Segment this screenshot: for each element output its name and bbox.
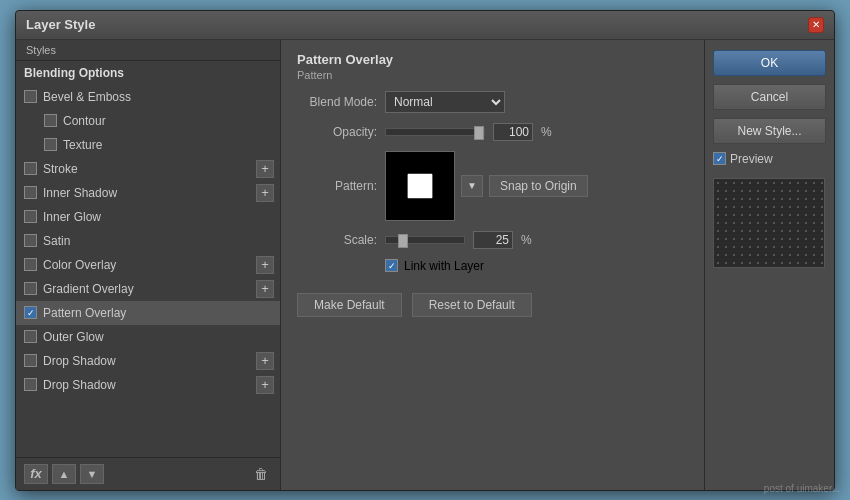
styles-label: Styles [16,40,280,61]
dialog-body: Styles Blending Options Bevel & Emboss C… [16,40,834,490]
scale-label: Scale: [297,233,377,247]
contour-checkbox[interactable] [44,114,57,127]
color-overlay-label: Color Overlay [43,258,116,272]
opacity-input[interactable] [493,123,533,141]
middle-panel: Pattern Overlay Pattern Blend Mode: Norm… [281,40,704,490]
drop-shadow-1-add-button[interactable]: + [256,352,274,370]
contour-label: Contour [63,114,106,128]
cancel-button[interactable]: Cancel [713,84,826,110]
panel-title: Pattern Overlay [297,52,688,67]
right-panel: OK Cancel New Style... Preview [704,40,834,490]
make-default-button[interactable]: Make Default [297,293,402,317]
inner-shadow-checkbox[interactable] [24,186,37,199]
scale-percent: % [521,233,532,247]
satin-item[interactable]: Satin [16,229,280,253]
layer-effects-list: Bevel & Emboss Contour Texture Stroke + [16,85,280,457]
opacity-slider[interactable] [385,128,485,136]
preview-area [713,178,825,268]
inner-glow-item[interactable]: Inner Glow [16,205,280,229]
gradient-overlay-label: Gradient Overlay [43,282,134,296]
pattern-row: Pattern: ▼ Snap to Origin [297,151,688,221]
panel-subtitle: Pattern [297,69,688,81]
watermark: post of uimaker... [764,483,840,494]
drop-shadow-2-add-button[interactable]: + [256,376,274,394]
satin-checkbox[interactable] [24,234,37,247]
stroke-item[interactable]: Stroke + [16,157,280,181]
bevel-emboss-item[interactable]: Bevel & Emboss [16,85,280,109]
drop-shadow-1-checkbox[interactable] [24,354,37,367]
pattern-overlay-label: Pattern Overlay [43,306,126,320]
link-with-layer-row: Link with Layer [385,259,688,273]
drop-shadow-2-checkbox[interactable] [24,378,37,391]
pattern-label: Pattern: [297,179,377,193]
dialog-title: Layer Style [26,17,95,32]
scale-slider[interactable] [385,236,465,244]
pattern-overlay-item[interactable]: Pattern Overlay [16,301,280,325]
stroke-add-button[interactable]: + [256,160,274,178]
delete-button[interactable]: 🗑 [250,464,272,484]
reset-to-default-button[interactable]: Reset to Default [412,293,532,317]
fx-button[interactable]: fx [24,464,48,484]
texture-checkbox[interactable] [44,138,57,151]
color-overlay-checkbox[interactable] [24,258,37,271]
pattern-dropdown-button[interactable]: ▼ [461,175,483,197]
drop-shadow-2-item[interactable]: Drop Shadow + [16,373,280,397]
blending-options-header[interactable]: Blending Options [16,61,280,85]
drop-shadow-2-label: Drop Shadow [43,378,116,392]
opacity-percent: % [541,125,552,139]
preview-row: Preview [713,152,826,166]
scale-row: Scale: % [297,231,688,249]
texture-label: Texture [63,138,102,152]
drop-shadow-1-item[interactable]: Drop Shadow + [16,349,280,373]
scale-input[interactable] [473,231,513,249]
gradient-overlay-item[interactable]: Gradient Overlay + [16,277,280,301]
bottom-toolbar: fx ▲ ▼ 🗑 [16,457,280,490]
blend-mode-select[interactable]: Normal Dissolve Multiply Screen Overlay [385,91,505,113]
blend-mode-row: Blend Mode: Normal Dissolve Multiply Scr… [297,91,688,113]
close-button[interactable]: ✕ [808,17,824,33]
inner-shadow-label: Inner Shadow [43,186,117,200]
outer-glow-checkbox[interactable] [24,330,37,343]
preview-dots [714,179,824,267]
inner-glow-checkbox[interactable] [24,210,37,223]
preview-label: Preview [730,152,773,166]
pattern-preview[interactable] [385,151,455,221]
satin-label: Satin [43,234,70,248]
drop-shadow-1-label: Drop Shadow [43,354,116,368]
move-up-button[interactable]: ▲ [52,464,76,484]
preview-checkbox[interactable] [713,152,726,165]
action-buttons: Make Default Reset to Default [297,293,688,317]
outer-glow-item[interactable]: Outer Glow [16,325,280,349]
color-overlay-add-button[interactable]: + [256,256,274,274]
inner-shadow-add-button[interactable]: + [256,184,274,202]
stroke-checkbox[interactable] [24,162,37,175]
inner-shadow-item[interactable]: Inner Shadow + [16,181,280,205]
inner-glow-label: Inner Glow [43,210,101,224]
bevel-emboss-label: Bevel & Emboss [43,90,131,104]
snap-to-origin-button[interactable]: Snap to Origin [489,175,588,197]
opacity-slider-handle[interactable] [474,126,484,140]
contour-item[interactable]: Contour [16,109,280,133]
outer-glow-label: Outer Glow [43,330,104,344]
gradient-overlay-add-button[interactable]: + [256,280,274,298]
pattern-preview-container: ▼ Snap to Origin [385,151,588,221]
left-panel: Styles Blending Options Bevel & Emboss C… [16,40,281,490]
opacity-label: Opacity: [297,125,377,139]
title-bar: Layer Style ✕ [16,11,834,40]
color-overlay-item[interactable]: Color Overlay + [16,253,280,277]
ok-button[interactable]: OK [713,50,826,76]
layer-style-dialog: Layer Style ✕ Styles Blending Options Be… [15,10,835,491]
texture-item[interactable]: Texture [16,133,280,157]
gradient-overlay-checkbox[interactable] [24,282,37,295]
blend-mode-label: Blend Mode: [297,95,377,109]
new-style-button[interactable]: New Style... [713,118,826,144]
opacity-row: Opacity: % [297,123,688,141]
link-layer-checkbox[interactable] [385,259,398,272]
stroke-label: Stroke [43,162,78,176]
pattern-overlay-checkbox[interactable] [24,306,37,319]
bevel-emboss-checkbox[interactable] [24,90,37,103]
link-layer-label: Link with Layer [404,259,484,273]
move-down-button[interactable]: ▼ [80,464,104,484]
scale-slider-handle[interactable] [398,234,408,248]
